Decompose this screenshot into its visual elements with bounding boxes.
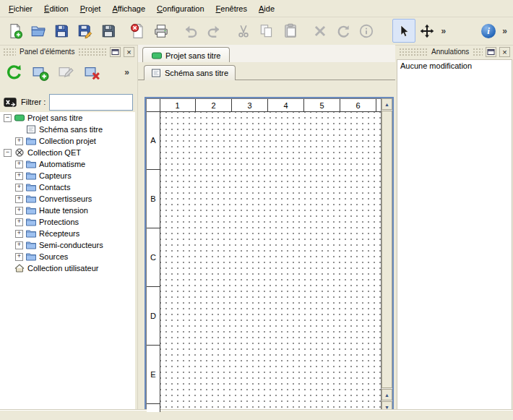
tree-item-projet-sans-titre[interactable]: Projet sans titre xyxy=(0,112,135,124)
collapse-icon[interactable] xyxy=(4,114,12,122)
expand-icon[interactable] xyxy=(15,137,23,145)
move-icon xyxy=(419,23,435,39)
folder-icon xyxy=(26,137,36,145)
expand-icon[interactable] xyxy=(15,253,23,261)
collapse-icon[interactable] xyxy=(4,149,12,157)
project-tab[interactable]: Projet sans titre xyxy=(142,47,230,63)
close-panel-button[interactable] xyxy=(124,47,134,57)
expand-icon[interactable] xyxy=(15,195,23,203)
tree-item-sources[interactable]: Sources xyxy=(0,251,135,262)
row-label: D xyxy=(147,287,160,346)
tree-item-contacts[interactable]: Contacts xyxy=(0,181,135,193)
select-tool-button[interactable] xyxy=(392,19,415,43)
panel-toolbar-extension-button[interactable]: » xyxy=(122,67,132,77)
tree-item-protections[interactable]: Protections xyxy=(0,216,135,228)
tree-item-schema-sans-titre[interactable]: Schéma sans titre xyxy=(0,124,135,135)
redo-button[interactable] xyxy=(202,19,225,43)
print-button[interactable] xyxy=(150,19,173,43)
tree-item-collection-projet[interactable]: Collection projet xyxy=(0,135,135,147)
tree-item-capteurs[interactable]: Capteurs xyxy=(0,170,135,181)
menu-fenetres[interactable]: Fenêtres xyxy=(210,1,253,16)
paste-button[interactable] xyxy=(279,19,302,43)
elements-panel-titlebar[interactable]: Panel d'éléments xyxy=(1,46,136,57)
menu-affichage[interactable]: Affichage xyxy=(106,1,151,16)
tree-item-recepteurs[interactable]: Récepteurs xyxy=(0,228,135,239)
row-ruler: A B C D E xyxy=(147,111,160,412)
tree-item-collection-utilisateur[interactable]: Collection utilisateur xyxy=(0,262,135,274)
about-qet-button[interactable] xyxy=(477,19,500,43)
ruler-corner xyxy=(147,99,160,112)
folder-icon xyxy=(26,241,36,249)
tree-item-semi-conducteurs[interactable]: Semi-conducteurs xyxy=(0,239,135,251)
reload-collections-button[interactable] xyxy=(3,61,25,83)
new-document-icon xyxy=(7,23,23,39)
menu-aide[interactable]: Aide xyxy=(253,1,280,16)
dock-handle-texture[interactable] xyxy=(399,48,428,56)
copy-button[interactable] xyxy=(255,19,278,43)
expand-icon[interactable] xyxy=(15,184,23,192)
scroll-up-button[interactable] xyxy=(381,98,392,110)
dock-handle-texture[interactable] xyxy=(473,48,483,56)
expand-icon[interactable] xyxy=(15,230,23,238)
toolbar-extension-button[interactable]: » xyxy=(439,26,448,36)
dock-handle-texture[interactable] xyxy=(3,48,16,56)
tree-item-haute-tension[interactable]: Haute tension xyxy=(0,205,135,216)
tree-item-collection-qet[interactable]: Collection QET xyxy=(0,147,135,158)
paste-icon xyxy=(283,23,298,39)
tree-item-label: Semi-conducteurs xyxy=(39,241,103,249)
save-all-icon xyxy=(100,23,116,39)
toolbar-separator xyxy=(302,20,309,42)
rotate-button[interactable] xyxy=(332,19,355,43)
delete-element-button[interactable] xyxy=(81,61,103,83)
menu-edition[interactable]: Édition xyxy=(38,1,74,16)
menu-projet[interactable]: Projet xyxy=(74,1,107,16)
save-as-button[interactable] xyxy=(73,19,96,43)
schema-grid-canvas[interactable] xyxy=(160,112,381,412)
tree-item-convertisseurs[interactable]: Convertisseurs xyxy=(0,193,135,205)
row-label: C xyxy=(147,228,160,287)
undo-panel-titlebar[interactable]: Annulations xyxy=(397,46,512,57)
clear-filter-button[interactable] xyxy=(2,96,17,108)
filter-input[interactable] xyxy=(49,94,133,111)
open-document-button[interactable] xyxy=(27,19,50,43)
vertical-scrollbar[interactable] xyxy=(381,98,392,413)
menu-configuration[interactable]: Configuration xyxy=(151,1,210,16)
clear-filter-icon xyxy=(3,96,17,108)
toolbar-extension-button-2[interactable]: » xyxy=(500,26,509,36)
undo-history-list[interactable]: Aucune modification xyxy=(397,59,512,411)
menu-fichier[interactable]: Fichier xyxy=(3,1,38,16)
column-label: 2 xyxy=(196,99,232,111)
folder-icon xyxy=(26,183,36,192)
close-undo-panel-button[interactable] xyxy=(499,47,510,57)
save-button[interactable] xyxy=(50,19,73,43)
scroll-up-button-2[interactable] xyxy=(381,389,392,400)
column-label: 1 xyxy=(160,99,196,111)
folder-icon xyxy=(26,171,36,180)
close-document-button[interactable] xyxy=(126,19,150,43)
expand-icon[interactable] xyxy=(15,207,23,215)
expand-icon[interactable] xyxy=(15,172,23,180)
float-undo-panel-button[interactable] xyxy=(486,47,496,57)
schema-tab[interactable]: Schéma sans titre xyxy=(144,65,236,80)
new-element-button[interactable] xyxy=(29,61,51,83)
tree-item-automatisme[interactable]: Automatisme xyxy=(0,158,135,170)
edit-element-button[interactable] xyxy=(55,61,77,83)
dock-handle-texture[interactable] xyxy=(78,48,107,56)
float-panel-button[interactable] xyxy=(110,47,121,57)
copy-icon xyxy=(259,23,275,39)
move-tool-button[interactable] xyxy=(415,19,439,43)
new-document-button[interactable] xyxy=(4,19,27,43)
expand-icon[interactable] xyxy=(15,218,23,226)
schema-view[interactable]: 1 2 3 4 5 6 A B C D E xyxy=(145,97,394,420)
expand-icon[interactable] xyxy=(15,241,23,249)
object-info-button[interactable] xyxy=(355,19,378,43)
new-element-icon xyxy=(31,64,49,82)
vertical-scroll-thumb[interactable] xyxy=(381,111,392,388)
undo-button[interactable] xyxy=(179,19,202,43)
save-all-button[interactable] xyxy=(97,19,120,43)
undo-icon xyxy=(183,23,199,39)
cut-button[interactable] xyxy=(232,19,255,43)
delete-button[interactable] xyxy=(309,19,332,43)
tree-item-label: Récepteurs xyxy=(39,229,79,238)
expand-icon[interactable] xyxy=(15,160,23,168)
